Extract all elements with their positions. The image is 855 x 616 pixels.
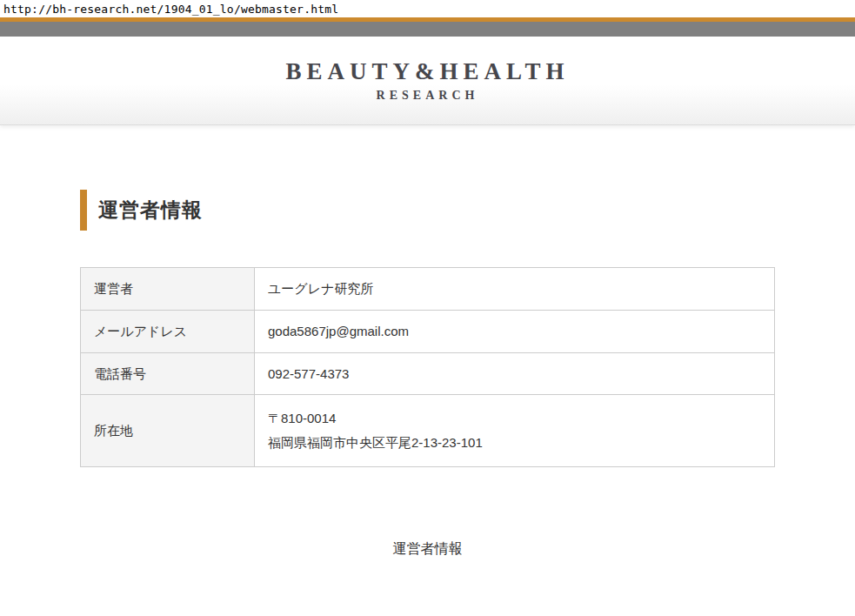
address-street: 福岡県福岡市中央区平尾2-13-23-101 <box>268 431 761 455</box>
footer-nav: 運営者情報 <box>80 540 775 559</box>
footer-nav-link-operator-info[interactable]: 運営者情報 <box>393 541 463 556</box>
main-content: 運営者情報 運営者 ユーグレナ研究所 メールアドレス goda5867jp@gm… <box>0 190 855 616</box>
row-value: 092-577-4373 <box>255 352 775 395</box>
row-label: メールアドレス <box>81 310 255 352</box>
url-text: http://bh-research.net/1904_01_lo/webmas… <box>3 3 338 16</box>
logo-title: BEAUTY&HEALTH <box>285 58 569 85</box>
row-value: goda5867jp@gmail.com <box>255 310 775 352</box>
page-title: 運営者情報 <box>98 197 203 224</box>
table-row-operator: 運営者 ユーグレナ研究所 <box>81 268 775 311</box>
row-value: 〒810-0014 福岡県福岡市中央区平尾2-13-23-101 <box>255 395 775 467</box>
site-logo[interactable]: BEAUTY&HEALTH RESEARCH <box>285 58 569 103</box>
gray-strip <box>0 22 855 37</box>
table-row-email: メールアドレス goda5867jp@gmail.com <box>81 310 775 352</box>
row-label: 電話番号 <box>81 352 255 395</box>
site-header: BEAUTY&HEALTH RESEARCH <box>0 37 855 125</box>
row-label: 所在地 <box>81 395 255 467</box>
table-row-address: 所在地 〒810-0014 福岡県福岡市中央区平尾2-13-23-101 <box>81 395 775 467</box>
logo-subtitle: RESEARCH <box>285 89 569 103</box>
url-bar: http://bh-research.net/1904_01_lo/webmas… <box>0 0 855 17</box>
table-row-phone: 電話番号 092-577-4373 <box>81 352 775 395</box>
page-heading: 運営者情報 <box>80 190 775 231</box>
row-value: ユーグレナ研究所 <box>255 268 775 311</box>
heading-accent-bar <box>80 190 87 231</box>
row-label: 運営者 <box>81 268 255 311</box>
operator-info-table: 運営者 ユーグレナ研究所 メールアドレス goda5867jp@gmail.co… <box>80 267 775 467</box>
address-postal-code: 〒810-0014 <box>268 406 761 431</box>
